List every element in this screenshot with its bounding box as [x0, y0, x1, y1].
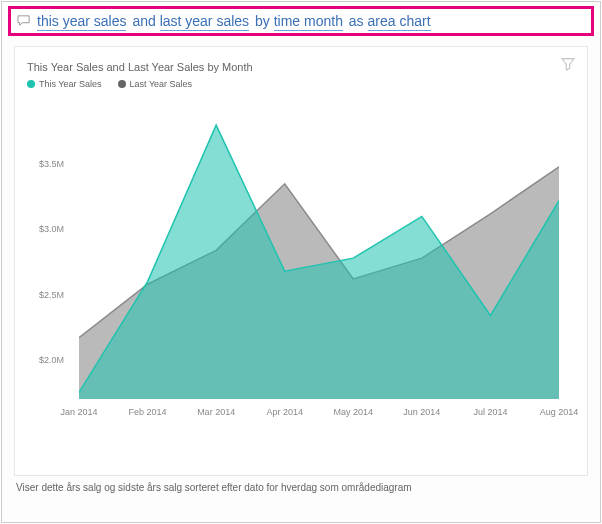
query-seg-4: time month [274, 13, 343, 31]
query-seg-6: area chart [368, 13, 431, 31]
chat-icon [17, 15, 31, 27]
legend-label-1: Last Year Sales [130, 79, 193, 89]
legend-swatch-gray [118, 80, 126, 88]
x-tick-label: Aug 2014 [540, 407, 579, 417]
footer-description: Viser dette års salg og sidste års salg … [16, 482, 586, 493]
query-input-bar[interactable]: this year sales and last year sales by t… [8, 6, 594, 36]
legend-swatch-teal [27, 80, 35, 88]
filter-icon[interactable] [561, 57, 575, 71]
x-tick-label: Mar 2014 [197, 407, 235, 417]
query-seg-3: by [255, 13, 270, 29]
x-tick-label: Jan 2014 [60, 407, 97, 417]
legend-label-0: This Year Sales [39, 79, 102, 89]
chart-legend: This Year Sales Last Year Sales [27, 79, 575, 89]
x-tick-label: Jul 2014 [473, 407, 507, 417]
query-seg-5: as [349, 13, 364, 29]
chart-svg [79, 99, 559, 399]
x-tick-label: Feb 2014 [129, 407, 167, 417]
query-seg-2: last year sales [160, 13, 249, 31]
query-seg-1: and [132, 13, 155, 29]
y-tick-label: $3.0M [39, 224, 64, 234]
legend-item-this-year[interactable]: This Year Sales [27, 79, 102, 89]
query-seg-0: this year sales [37, 13, 126, 31]
y-tick-label: $3.5M [39, 159, 64, 169]
legend-item-last-year[interactable]: Last Year Sales [118, 79, 193, 89]
query-text: this year sales and last year sales by t… [37, 13, 433, 29]
x-tick-label: Jun 2014 [403, 407, 440, 417]
app-container: this year sales and last year sales by t… [1, 1, 601, 523]
x-tick-label: May 2014 [334, 407, 374, 417]
y-tick-label: $2.5M [39, 290, 64, 300]
x-tick-label: Apr 2014 [266, 407, 303, 417]
chart-title: This Year Sales and Last Year Sales by M… [27, 61, 575, 73]
chart-card: This Year Sales and Last Year Sales by M… [14, 46, 588, 476]
y-tick-label: $2.0M [39, 355, 64, 365]
chart-plot: $2.0M$2.5M$3.0M$3.5MJan 2014Feb 2014Mar … [47, 99, 567, 399]
